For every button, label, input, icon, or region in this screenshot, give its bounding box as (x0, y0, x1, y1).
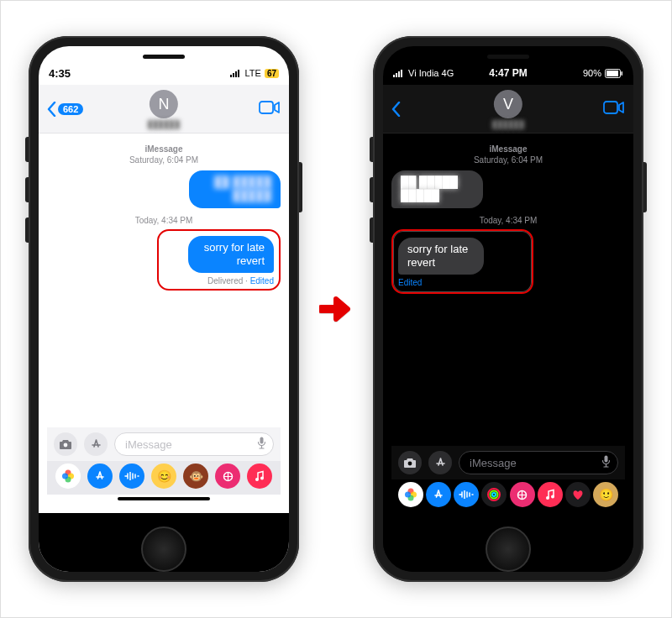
dock-photos[interactable] (55, 464, 81, 489)
appstore-button[interactable] (84, 432, 108, 456)
timestamp: iMessage Saturday, 6:04 PM (47, 144, 281, 165)
camera-button[interactable] (54, 432, 77, 456)
svg-rect-16 (398, 71, 400, 77)
compose-area: iMessage 🙂 (391, 446, 625, 513)
dock-heart[interactable] (565, 482, 591, 507)
screen-dark: Vi India 4G 4:47 PM 90% V ██████ (383, 46, 633, 572)
dock-memoji[interactable]: 😊 (151, 464, 176, 489)
chevron-left-icon (47, 102, 56, 117)
svg-rect-0 (230, 75, 232, 77)
home-indicator[interactable] (47, 495, 281, 513)
audio-icon (124, 472, 139, 480)
status-carrier: Vi India 4G (408, 68, 454, 78)
arrow-icon (319, 294, 353, 324)
timestamp: Today, 4:34 PM (391, 215, 625, 226)
edited-label[interactable]: Edited (398, 278, 422, 287)
svg-rect-6 (260, 437, 264, 444)
input-placeholder: iMessage (470, 457, 517, 469)
battery-icon (605, 69, 623, 78)
status-bar: 4:35 LTE 67 (39, 46, 289, 85)
svg-point-32 (546, 496, 549, 500)
dock-photos[interactable] (398, 482, 423, 507)
timestamp: iMessage Saturday, 6:04 PM (391, 144, 625, 165)
svg-rect-14 (393, 75, 395, 77)
message-meta: Delivered · Edited (164, 276, 274, 285)
heart-icon (572, 490, 584, 500)
highlight-box: sorry for late revert Delivered · Edited (157, 229, 281, 291)
compose-bar: iMessage (47, 427, 281, 461)
screen-light: 4:35 LTE 67 662 N ██████ (39, 46, 289, 572)
appstore-icon (433, 489, 444, 500)
avatar-name: ██████ (148, 120, 180, 128)
compose-area: iMessage 😊 🐵 (47, 427, 281, 513)
status-network: LTE (245, 68, 261, 78)
earpiece (143, 55, 185, 59)
conversation[interactable]: iMessage Saturday, 6:04 PM ██ █████ ████… (39, 134, 289, 513)
activity-icon (486, 487, 501, 502)
signal-icon (393, 69, 405, 77)
edited-label[interactable]: Edited (250, 276, 274, 285)
home-button[interactable] (141, 526, 186, 572)
svg-rect-3 (238, 70, 239, 77)
dock-audio[interactable] (119, 464, 144, 489)
svg-point-27 (405, 492, 411, 498)
camera-icon (403, 458, 417, 469)
svg-rect-15 (396, 73, 397, 77)
avatar-initial: N (150, 90, 178, 118)
message-bubble-in[interactable]: ██ █████ █████ (391, 170, 483, 208)
app-dock: 😊 🐵 (47, 461, 281, 495)
svg-rect-2 (235, 71, 237, 77)
svg-point-13 (260, 477, 264, 480)
avatar-name: ██████ (492, 120, 524, 128)
status-right: 90% (583, 68, 623, 78)
contact-avatar[interactable]: V ██████ (492, 90, 524, 128)
message-bubble-out[interactable]: sorry for late revert (188, 236, 274, 274)
dock-appstore[interactable] (426, 482, 451, 507)
dock-appstore[interactable] (87, 464, 113, 489)
status-time: 4:35 (49, 67, 71, 80)
svg-point-30 (492, 493, 496, 496)
photos-icon (60, 469, 76, 484)
message-input[interactable]: iMessage (114, 432, 274, 456)
nav-bar: 662 N ██████ (39, 85, 289, 134)
battery-badge: 67 (265, 69, 279, 78)
chevron-left-icon (391, 102, 401, 117)
mic-icon[interactable] (257, 437, 266, 453)
dock-memoji[interactable]: 🙂 (593, 482, 618, 507)
dock-activity[interactable] (481, 482, 507, 507)
message-input[interactable]: iMessage (459, 451, 618, 474)
appstore-button[interactable] (428, 451, 452, 474)
message-row-in-highlighted: sorry for late revert Edited (391, 229, 533, 295)
svg-rect-20 (622, 71, 623, 76)
svg-point-5 (64, 443, 68, 447)
appstore-icon (94, 470, 106, 482)
dock-audio[interactable] (454, 482, 479, 507)
message-bubble-out[interactable]: ██ █████ █████ (189, 170, 281, 208)
avatar-initial: V (494, 90, 522, 118)
back-button[interactable] (391, 102, 401, 117)
highlight-box: sorry for late revert Edited (391, 229, 533, 295)
input-placeholder: iMessage (125, 438, 172, 451)
dock-images[interactable] (510, 482, 535, 507)
contact-avatar[interactable]: N ██████ (148, 90, 180, 128)
back-button[interactable]: 662 (47, 102, 83, 117)
facetime-button[interactable] (603, 100, 625, 118)
svg-rect-4 (260, 102, 273, 113)
dock-sticker[interactable]: 🐵 (183, 464, 208, 489)
dock-images[interactable] (215, 464, 240, 489)
facetime-button[interactable] (259, 100, 281, 118)
camera-icon (59, 439, 72, 450)
grid-icon (516, 489, 528, 501)
message-row-out-highlighted: sorry for late revert Delivered · Edited (157, 229, 281, 291)
camera-button[interactable] (398, 451, 422, 474)
dock-music[interactable] (538, 482, 563, 507)
mic-icon[interactable] (601, 455, 611, 471)
conversation[interactable]: iMessage Saturday, 6:04 PM ██ █████ ████… (383, 134, 633, 513)
dock-music[interactable] (247, 464, 272, 489)
music-icon (255, 470, 265, 482)
timestamp: Today, 4:34 PM (47, 215, 281, 226)
home-button[interactable] (486, 526, 531, 572)
svg-point-22 (408, 461, 412, 465)
message-bubble-in[interactable]: sorry for late revert (398, 238, 484, 275)
svg-rect-23 (605, 456, 608, 463)
